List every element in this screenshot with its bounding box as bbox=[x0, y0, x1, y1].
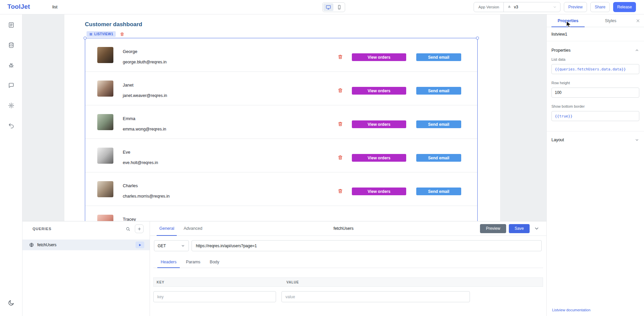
chevron-up-icon bbox=[635, 48, 639, 53]
preview-button[interactable]: Preview bbox=[564, 2, 587, 12]
method-select[interactable]: GET bbox=[154, 240, 189, 251]
header-value-input[interactable] bbox=[281, 291, 470, 302]
show-bottom-border-input[interactable]: {{true}} bbox=[551, 111, 639, 121]
comments-icon[interactable] bbox=[5, 80, 17, 91]
view-orders-button[interactable]: View orders bbox=[352, 120, 406, 128]
run-query-icon[interactable] bbox=[136, 242, 144, 248]
queries-title: QUERIES bbox=[33, 227, 121, 231]
tab-properties[interactable]: Properties bbox=[547, 14, 589, 27]
resize-handle[interactable] bbox=[84, 37, 87, 40]
delete-row-icon[interactable] bbox=[337, 88, 343, 93]
desktop-view-button[interactable] bbox=[323, 3, 333, 11]
url-input[interactable] bbox=[192, 240, 542, 251]
list-item: Charles charles.morris@reqres.in View or… bbox=[85, 172, 477, 206]
list-item: George george.bluth@reqres.in View order… bbox=[85, 38, 477, 72]
query-editor-title: fetchUsers bbox=[207, 221, 480, 235]
delete-row-icon[interactable] bbox=[337, 188, 343, 194]
view-orders-button[interactable]: View orders bbox=[352, 154, 406, 162]
properties-section-header[interactable]: Properties bbox=[551, 41, 639, 57]
selected-widget-toolbar: LISTVIEW1 bbox=[87, 31, 124, 37]
list-data-input[interactable]: {{queries.fetchUsers.data.data}} bbox=[551, 64, 639, 74]
share-button[interactable]: Share bbox=[590, 2, 610, 12]
query-editor-header: General Advanced fetchUsers Preview Save bbox=[150, 221, 546, 236]
dark-mode-icon[interactable] bbox=[5, 297, 17, 309]
tooljet-app-builder: ToolJet list App Version bbox=[0, 0, 644, 316]
app-name[interactable]: list bbox=[52, 5, 57, 9]
delete-row-icon[interactable] bbox=[337, 54, 343, 60]
pages-icon[interactable] bbox=[5, 19, 17, 31]
delete-row-icon[interactable] bbox=[337, 155, 343, 160]
tab-advanced[interactable]: Advanced bbox=[179, 221, 207, 235]
view-orders-button[interactable]: View orders bbox=[352, 87, 406, 95]
query-list-item[interactable]: fetchUsers bbox=[22, 240, 150, 250]
app-canvas[interactable]: Customer dashboard LISTVIEW1 bbox=[64, 14, 500, 221]
avatar bbox=[97, 114, 113, 130]
listview-widget[interactable]: George george.bluth@reqres.in View order… bbox=[85, 38, 478, 221]
release-button[interactable]: Release bbox=[613, 2, 636, 12]
list-item: Eve eve.holt@reqres.in View orders Send … bbox=[85, 139, 477, 172]
user-email: eve.holt@reqres.in bbox=[123, 160, 158, 165]
datasources-icon[interactable] bbox=[5, 39, 17, 51]
user-name: Tracey bbox=[123, 217, 136, 221]
user-name: Janet bbox=[123, 83, 133, 88]
query-save-button[interactable]: Save bbox=[509, 224, 530, 233]
editor-sidebar bbox=[0, 14, 22, 316]
properties-section-title: Properties bbox=[551, 48, 571, 53]
value-column-header: VALUE bbox=[282, 280, 299, 284]
top-bar-actions: App Version v3 Preview Share Release bbox=[474, 2, 636, 12]
settings-icon[interactable] bbox=[5, 100, 17, 111]
add-query-icon[interactable] bbox=[135, 224, 144, 233]
undo-icon[interactable] bbox=[5, 120, 17, 131]
send-email-button[interactable]: Send email bbox=[416, 154, 461, 162]
field-label: List data bbox=[551, 57, 639, 61]
query-preview-button[interactable]: Preview bbox=[480, 224, 506, 233]
layout-section-header[interactable]: Layout bbox=[551, 131, 639, 148]
view-orders-button[interactable]: View orders bbox=[352, 53, 406, 61]
tab-general[interactable]: General bbox=[155, 221, 179, 235]
user-name: Eve bbox=[123, 150, 130, 155]
search-icon[interactable] bbox=[123, 224, 132, 233]
mobile-view-button[interactable] bbox=[334, 3, 344, 11]
inspector-body: Properties List data {{queries.fetchUser… bbox=[547, 41, 644, 316]
request-tabs: Headers Params Body bbox=[153, 257, 543, 268]
app-version-label: App Version bbox=[474, 2, 504, 12]
rocket-icon bbox=[507, 5, 512, 9]
smartphone-icon bbox=[337, 5, 342, 10]
chevron-down-icon bbox=[635, 138, 639, 142]
tab-headers[interactable]: Headers bbox=[156, 257, 181, 268]
kv-table-header: KEY VALUE bbox=[153, 277, 543, 287]
version-select[interactable]: v3 bbox=[504, 2, 560, 12]
queries-header: QUERIES bbox=[22, 221, 150, 236]
tab-styles[interactable]: Styles bbox=[589, 14, 632, 27]
view-orders-button[interactable]: View orders bbox=[352, 188, 406, 195]
key-column-header: KEY bbox=[154, 280, 282, 284]
inspector-tabs: Properties Styles bbox=[547, 14, 644, 27]
send-email-button[interactable]: Send email bbox=[416, 188, 461, 195]
send-email-button[interactable]: Send email bbox=[416, 53, 461, 61]
collapse-query-panel-icon[interactable] bbox=[532, 225, 541, 232]
user-name: Charles bbox=[123, 183, 138, 188]
tab-params[interactable]: Params bbox=[181, 257, 205, 268]
monitor-icon bbox=[326, 5, 331, 10]
query-panel: QUERIES fetchUsers General bbox=[22, 221, 546, 316]
canvas-area: Customer dashboard LISTVIEW1 bbox=[22, 14, 546, 221]
user-email: charles.morris@reqres.in bbox=[123, 194, 170, 199]
listview-documentation-link[interactable]: Listview documentation bbox=[549, 305, 639, 316]
tab-body[interactable]: Body bbox=[205, 257, 224, 268]
resize-handle[interactable] bbox=[476, 37, 479, 40]
field-show-bottom-border: Show bottom border {{true}} bbox=[551, 104, 639, 121]
avatar bbox=[97, 148, 113, 164]
row-height-input[interactable]: 100 bbox=[551, 88, 639, 98]
header-key-input[interactable] bbox=[153, 291, 276, 302]
field-label: Row height bbox=[551, 81, 639, 85]
delete-widget-icon[interactable] bbox=[120, 32, 124, 37]
send-email-button[interactable]: Send email bbox=[416, 87, 461, 95]
send-email-button[interactable]: Send email bbox=[416, 120, 461, 128]
field-row-height: Row height 100 bbox=[551, 81, 639, 98]
chevron-down-icon bbox=[553, 5, 557, 9]
request-url-row: GET bbox=[150, 236, 546, 251]
close-icon[interactable] bbox=[632, 14, 644, 27]
delete-row-icon[interactable] bbox=[337, 121, 343, 127]
debugger-icon[interactable] bbox=[5, 59, 17, 71]
queries-sidebar: QUERIES fetchUsers bbox=[22, 221, 150, 316]
